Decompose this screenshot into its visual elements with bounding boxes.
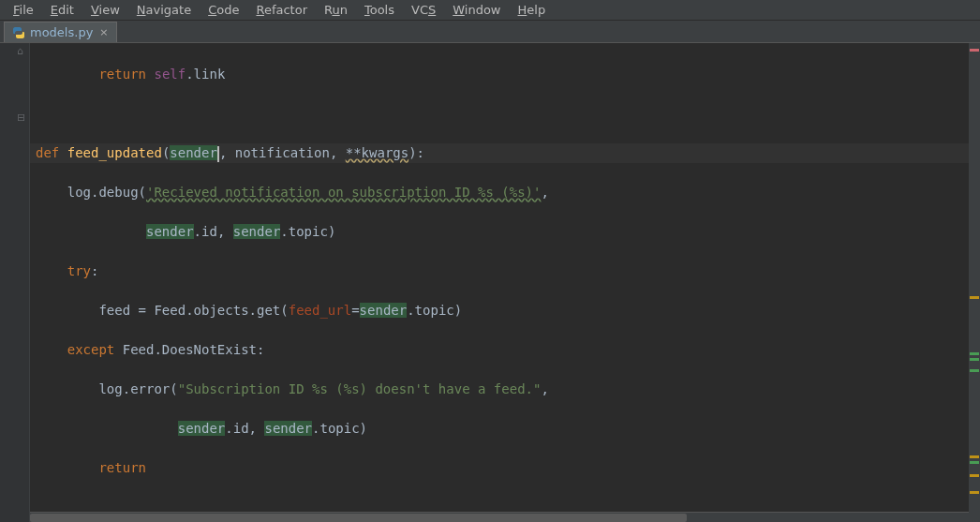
- gutter[interactable]: ⌂ ⊟: [0, 43, 30, 522]
- warning-marker[interactable]: [970, 455, 979, 458]
- python-file-icon: [12, 26, 25, 39]
- ok-marker[interactable]: [970, 369, 979, 372]
- error-marker[interactable]: [970, 49, 979, 52]
- menu-help[interactable]: Help: [511, 1, 554, 19]
- editor-tab-bar: models.py ×: [0, 21, 980, 43]
- tab-filename: models.py: [30, 25, 93, 39]
- menu-window[interactable]: Window: [445, 1, 508, 19]
- menu-bar: File Edit View Navigate Code Refactor Ru…: [0, 0, 980, 21]
- marker-bar[interactable]: [969, 43, 980, 522]
- menu-code[interactable]: Code: [200, 1, 246, 19]
- horizontal-scrollbar[interactable]: [30, 512, 969, 522]
- text-caret: [217, 146, 219, 162]
- tab-models-py[interactable]: models.py ×: [4, 22, 117, 42]
- menu-tools[interactable]: Tools: [357, 1, 402, 19]
- ok-marker[interactable]: [970, 461, 979, 464]
- warning-marker[interactable]: [970, 296, 979, 299]
- menu-run[interactable]: Run: [317, 1, 355, 19]
- menu-file[interactable]: File: [6, 1, 41, 19]
- menu-navigate[interactable]: Navigate: [129, 1, 199, 19]
- code-area[interactable]: return self.link def feed_updated(sender…: [30, 43, 969, 522]
- menu-refactor[interactable]: Refactor: [248, 1, 315, 19]
- warning-marker[interactable]: [970, 491, 979, 494]
- close-icon[interactable]: ×: [99, 26, 108, 38]
- menu-view[interactable]: View: [83, 1, 127, 19]
- structure-icon[interactable]: ⌂: [17, 45, 23, 57]
- menu-edit[interactable]: Edit: [43, 1, 82, 19]
- editor[interactable]: ⌂ ⊟ return self.link def feed_updated(se…: [0, 43, 980, 522]
- ok-marker[interactable]: [970, 358, 979, 361]
- menu-vcs[interactable]: VCS: [404, 1, 443, 19]
- warning-marker[interactable]: [970, 352, 979, 355]
- scrollbar-thumb[interactable]: [30, 514, 687, 522]
- warning-marker[interactable]: [970, 474, 979, 477]
- fold-icon[interactable]: ⊟: [17, 112, 25, 124]
